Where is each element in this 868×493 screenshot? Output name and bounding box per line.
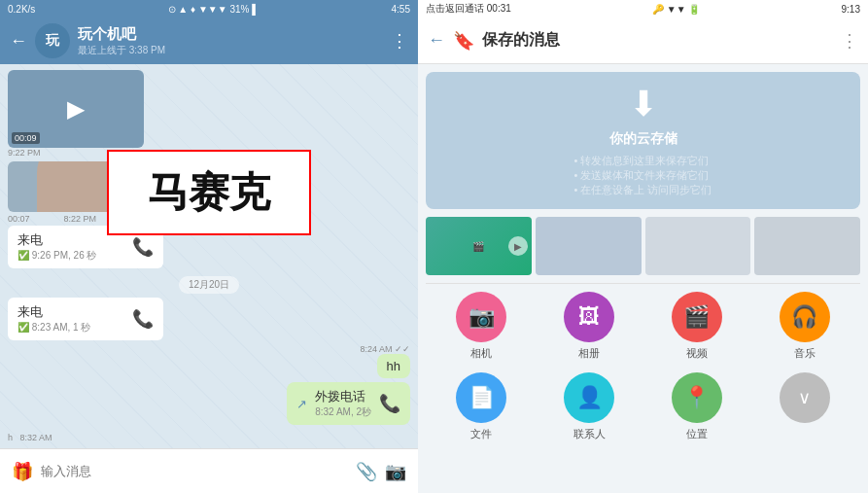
cloud-title: 你的云存储 [609, 130, 677, 148]
chat-status: 最近上线于 3:38 PM [78, 44, 383, 57]
sent-text-row: 8:24 AM ✓✓ hh [8, 344, 410, 378]
call-return-text: 点击返回通话 00:31 [426, 2, 511, 16]
photo-label: 相册 [578, 346, 600, 361]
saved-header: ← 🔖 保存的消息 ⋮ [418, 18, 868, 64]
file-circle: 📄 [456, 372, 506, 423]
call-phone-icon-2[interactable]: 📞 [132, 308, 154, 330]
incoming-call-2: 来电 ✅ 8:23 AM, 1 秒 📞 [8, 298, 163, 340]
location-label: 位置 [686, 427, 708, 441]
thumb-3[interactable] [645, 217, 751, 275]
mosaic-overlay: 马赛克 [107, 150, 311, 235]
chat-name: 玩个机吧 [78, 25, 383, 44]
thumb-4[interactable] [754, 217, 860, 275]
camera-icon-symbol: 📷 [469, 304, 495, 330]
status-bar-right: 点击返回通话 00:31 🔑 ▼▼ 🔋 9:13 [418, 0, 868, 18]
contact-circle: 👤 [564, 372, 614, 423]
sent-call-bubble: ↗ 外拨电话 8:32 AM, 2秒 📞 [287, 382, 410, 425]
thumb-1[interactable]: 🎬 ▶ [426, 217, 532, 275]
thumb-play-1: ▶ [508, 236, 528, 256]
header-info: 玩个机吧 最近上线于 3:38 PM [78, 25, 383, 57]
more-icon-symbol: ∨ [798, 387, 811, 408]
media-item-more[interactable]: ∨ [756, 372, 852, 441]
cloud-storage-card: ⬇ 你的云存储 转发信息到这里来保存它们 发送媒体和文件来存储它们 在任意设备上… [426, 72, 860, 209]
chat-avatar: 玩 [35, 23, 70, 58]
video-duration-1: 00:09 [12, 132, 40, 144]
cloud-feature-1: 转发信息到这里来保存它们 [574, 154, 712, 168]
time-left: 4:55 [392, 4, 410, 15]
contact-icon-symbol: 👤 [576, 385, 603, 410]
video-label: 视频 [686, 346, 708, 361]
location-icon-symbol: 📍 [683, 385, 710, 410]
file-label: 文件 [470, 427, 492, 441]
sticker-icon: 🎁 [12, 461, 33, 482]
status-icons-right: 🔑 ▼▼ 🔋 [652, 4, 700, 15]
cloud-features: 转发信息到这里来保存它们 发送媒体和文件来存储它们 在任意设备上 访问同步它们 [574, 154, 712, 197]
bottom-input-bar: 🎁 📎 📷 [0, 448, 418, 493]
call-info-1: 来电 ✅ 9:26 PM, 26 秒 [17, 231, 96, 263]
media-item-camera[interactable]: 📷 相机 [434, 292, 530, 361]
media-item-video[interactable]: 🎬 视频 [649, 292, 746, 361]
more-circle: ∨ [780, 372, 830, 423]
call-time-1: ✅ 9:26 PM, 26 秒 [17, 249, 96, 263]
photo-circle: 🖼 [564, 292, 614, 342]
header-menu-button[interactable]: ⋮ [391, 30, 408, 52]
video-circle: 🎬 [672, 292, 722, 342]
video-message-1: ▶ 00:09 9:22 PM [8, 70, 410, 159]
thumbnails-row: 🎬 ▶ [426, 217, 860, 275]
music-label: 音乐 [794, 346, 816, 361]
video-thumb-1[interactable]: ▶ 00:09 [8, 70, 144, 148]
media-item-file[interactable]: 📄 文件 [434, 372, 530, 441]
sent-bubble-hh: hh [377, 354, 410, 378]
bottom-time: h 8:32 AM [8, 433, 410, 442]
media-item-location[interactable]: 📍 位置 [649, 372, 746, 441]
media-item-music[interactable]: 🎧 音乐 [756, 292, 852, 361]
thumb-2[interactable] [536, 217, 642, 275]
saved-body: ⬇ 你的云存储 转发信息到这里来保存它们 发送媒体和文件来存储它们 在任意设备上… [418, 64, 868, 493]
call-phone-icon-3[interactable]: 📞 [379, 393, 400, 414]
back-button[interactable]: ← [10, 31, 27, 52]
status-bar-left: 0.2K/s ⊙ ▲ ♦ ▼▼▼ 31% ▌ 4:55 [0, 0, 418, 18]
video-icon-symbol: 🎬 [683, 304, 710, 330]
cloud-feature-3: 在任意设备上 访问同步它们 [574, 183, 712, 197]
media-grid-row1: 📷 相机 🖼 相册 🎬 视频 🎧 音乐 [418, 284, 868, 369]
call-info-2: 来电 ✅ 8:23 AM, 1 秒 [17, 303, 90, 335]
saved-menu-button[interactable]: ⋮ [841, 30, 858, 52]
file-icon-symbol: 📄 [469, 385, 495, 410]
call-out-arrow: ↗ [296, 397, 307, 411]
speed-indicator: 0.2K/s [8, 4, 35, 15]
media-grid-row2: 📄 文件 👤 联系人 📍 位置 ∨ [418, 369, 868, 449]
media-item-contact[interactable]: 👤 联系人 [541, 372, 638, 441]
camera-circle: 📷 [456, 292, 506, 342]
sent-message-hh: 8:24 AM ✓✓ hh [360, 344, 410, 378]
mosaic-text: 马赛克 [148, 169, 270, 215]
call-phone-icon-1[interactable]: 📞 [132, 236, 154, 258]
camera-icon[interactable]: 📷 [385, 461, 406, 482]
call-time-2: ✅ 8:23 AM, 1 秒 [17, 321, 90, 335]
left-phone-panel: 0.2K/s ⊙ ▲ ♦ ▼▼▼ 31% ▌ 4:55 ← 玩 玩个机吧 最近上… [0, 0, 418, 493]
cloud-download-icon: ⬇ [629, 84, 658, 124]
photo-icon-symbol: 🖼 [578, 304, 600, 330]
bookmark-icon: 🔖 [453, 30, 474, 52]
saved-title: 保存的消息 [482, 30, 833, 51]
date-divider: 12月20日 [179, 276, 239, 294]
right-phone-panel: 点击返回通话 00:31 🔑 ▼▼ 🔋 9:13 ← 🔖 保存的消息 ⋮ ⬇ 你… [418, 0, 868, 493]
call-label-2: 来电 [17, 303, 90, 321]
location-circle: 📍 [672, 372, 722, 423]
call-label-1: 来电 [17, 231, 96, 249]
saved-back-button[interactable]: ← [428, 30, 445, 51]
attach-icon[interactable]: 📎 [356, 461, 377, 482]
cloud-feature-2: 发送媒体和文件来存储它们 [574, 168, 712, 183]
status-icons: ⊙ ▲ ♦ ▼▼▼ 31% ▌ [168, 4, 260, 15]
contact-label: 联系人 [573, 427, 606, 441]
sent-call-row: ↗ 外拨电话 8:32 AM, 2秒 📞 [8, 382, 410, 425]
chat-body: ▶ 00:09 9:22 PM 马赛克 00:07 8:22 PM 来电 ✅ 9… [0, 64, 418, 448]
time-right: 9:13 [842, 4, 860, 15]
camera-label: 相机 [470, 346, 492, 361]
music-circle: 🎧 [780, 292, 830, 342]
media-item-photo[interactable]: 🖼 相册 [541, 292, 638, 361]
message-input[interactable] [41, 464, 348, 478]
chat-header: ← 玩 玩个机吧 最近上线于 3:38 PM ⋮ [0, 18, 418, 64]
music-icon-symbol: 🎧 [791, 304, 817, 330]
